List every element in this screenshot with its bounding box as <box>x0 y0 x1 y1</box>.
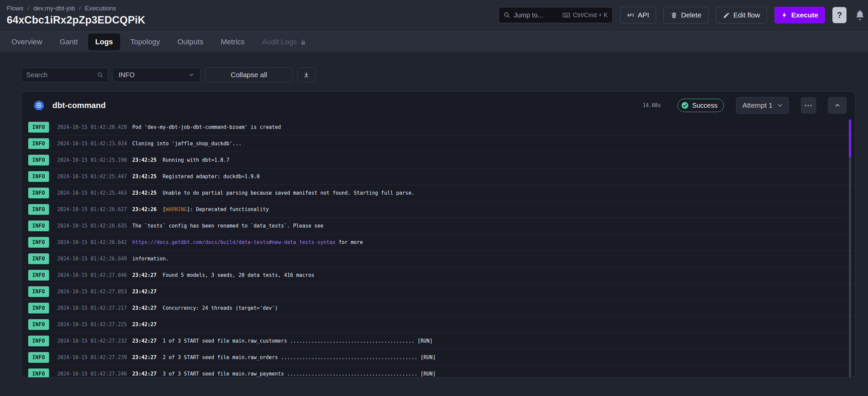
jump-to-placeholder: Jump to... <box>514 11 559 19</box>
collapse-task-button[interactable] <box>828 97 847 114</box>
api-icon: API <box>627 13 634 18</box>
task-log-card: dbt-command 14.08s Success Attempt 1 ... <box>21 91 855 377</box>
api-button[interactable]: API API <box>620 7 656 24</box>
log-message: 23:42:27 Found 5 models, 3 seeds, 20 dat… <box>132 272 314 278</box>
log-row[interactable]: INFO 2024-10-15 01:42:27.046 23:42:27 Fo… <box>22 267 855 284</box>
log-level-badge: INFO <box>28 138 49 149</box>
chevron-down-icon <box>776 102 784 109</box>
search-input[interactable]: Search <box>21 67 108 82</box>
log-row[interactable]: INFO 2024-10-15 01:42:26.627 23:42:26 [W… <box>22 201 855 218</box>
delete-button-label: Delete <box>681 11 702 19</box>
keyboard-icon <box>562 11 570 19</box>
log-timestamp: 2024-10-15 01:42:27.053 <box>57 289 127 295</box>
search-icon <box>97 72 103 78</box>
log-timestamp: 2024-10-15 01:42:23.924 <box>57 141 127 147</box>
log-message: 23:42:26 [WARNING]: Deprecated functiona… <box>132 206 269 212</box>
log-level-badge: INFO <box>28 368 49 377</box>
log-level-badge: INFO <box>28 122 49 133</box>
lock-icon <box>300 39 306 45</box>
breadcrumb-flows[interactable]: Flows <box>7 5 24 12</box>
log-level-badge: INFO <box>28 286 49 297</box>
delete-button[interactable]: Delete <box>663 7 708 24</box>
tab-logs[interactable]: Logs <box>88 34 121 50</box>
log-level-badge: INFO <box>28 253 49 264</box>
log-row[interactable]: INFO 2024-10-15 01:42:27.053 23:42:27 <box>22 284 855 300</box>
log-message: 23:42:27 <box>132 289 157 295</box>
tab-overview[interactable]: Overview <box>4 34 50 50</box>
logs-panel: Search INFO Collapse all <box>0 52 868 377</box>
log-row[interactable]: INFO 2024-10-15 01:42:26.642 https://doc… <box>22 234 855 251</box>
log-row[interactable]: INFO 2024-10-15 01:42:26.635 The `tests`… <box>22 218 855 234</box>
log-row[interactable]: INFO 2024-10-15 01:42:25.190 23:42:25 Ru… <box>22 152 855 168</box>
task-more-button[interactable]: ... <box>801 97 816 114</box>
check-circle-icon <box>681 101 689 109</box>
log-row[interactable]: INFO 2024-10-15 01:42:20.428 Pod 'dev-my… <box>22 119 855 136</box>
tab-label: Logs <box>95 38 113 46</box>
pencil-icon <box>723 12 730 19</box>
log-level-badge: INFO <box>28 237 49 248</box>
log-message: 23:42:27 1 of 3 START seed file main.raw… <box>132 338 433 344</box>
log-filters: Search INFO Collapse all <box>21 67 855 82</box>
execute-button-label: Execute <box>791 11 818 19</box>
top-bar: Flows / dev.my-dbt-job / Executions 64xC… <box>0 0 868 32</box>
log-timestamp: 2024-10-15 01:42:26.635 <box>57 223 127 229</box>
chevron-up-icon <box>834 102 841 109</box>
log-row[interactable]: INFO 2024-10-15 01:42:27.246 23:42:27 3 … <box>22 366 855 377</box>
log-row[interactable]: INFO 2024-10-15 01:42:27.232 23:42:27 1 … <box>22 333 855 349</box>
log-message: Pod 'dev-my-dbt-job-dbt-command-bzoam' i… <box>132 124 281 130</box>
search-placeholder: Search <box>26 71 97 79</box>
status-badge: Success <box>678 99 724 112</box>
log-level-select[interactable]: INFO <box>113 67 200 82</box>
tab-label: Overview <box>11 38 42 46</box>
breadcrumb-separator: / <box>28 5 29 12</box>
breadcrumb-executions[interactable]: Executions <box>85 5 116 12</box>
breadcrumb-flow-id[interactable]: dev.my-dbt-job <box>33 5 75 12</box>
log-row[interactable]: INFO 2024-10-15 01:42:23.924 Cloning int… <box>22 136 855 152</box>
tab-outputs[interactable]: Outputs <box>170 34 211 50</box>
log-scrollbar-track[interactable] <box>849 120 851 377</box>
log-timestamp: 2024-10-15 01:42:27.046 <box>57 272 127 278</box>
log-timestamp: 2024-10-15 01:42:27.239 <box>57 354 127 360</box>
page-title: 64xCbc1iRx2pZp3EDCQPiK <box>7 14 146 26</box>
tab-label: Audit Logs <box>262 38 297 46</box>
log-scrollbar-thumb[interactable] <box>849 120 851 157</box>
tab-bar: OverviewGanttLogsTopologyOutputsMetricsA… <box>0 32 868 52</box>
log-row[interactable]: INFO 2024-10-15 01:42:27.225 23:42:27 <box>22 317 855 333</box>
download-logs-button[interactable] <box>297 67 315 82</box>
execute-button[interactable]: Execute <box>774 7 825 24</box>
search-icon <box>503 12 510 19</box>
tab-gantt[interactable]: Gantt <box>53 34 85 50</box>
log-level-badge: INFO <box>28 319 49 330</box>
tab-label: Outputs <box>177 38 203 46</box>
log-message: https://docs.getdbt.com/docs/build/data-… <box>132 239 363 245</box>
breadcrumb-separator: / <box>79 5 81 12</box>
lightning-icon <box>781 12 788 19</box>
attempt-select[interactable]: Attempt 1 <box>736 97 789 114</box>
log-level-badge: INFO <box>28 270 49 280</box>
log-timestamp: 2024-10-15 01:42:26.649 <box>57 256 127 262</box>
task-duration: 14.08s <box>643 102 661 108</box>
edit-flow-button[interactable]: Edit flow <box>716 7 767 24</box>
chevron-down-icon <box>188 71 195 78</box>
log-timestamp: 2024-10-15 01:42:26.627 <box>57 206 127 212</box>
log-level-badge: INFO <box>28 221 49 231</box>
log-row[interactable]: INFO 2024-10-15 01:42:25.463 23:42:25 Un… <box>22 185 855 201</box>
log-level-badge: INFO <box>28 303 49 314</box>
log-level-badge: INFO <box>28 155 49 165</box>
task-card-header: dbt-command 14.08s Success Attempt 1 ... <box>22 92 855 119</box>
tab-label: Topology <box>130 38 160 46</box>
bell-icon[interactable] <box>854 9 866 21</box>
log-message: Cloning into 'jaffle_shop_duckdb'... <box>132 141 242 147</box>
attempt-value: Attempt 1 <box>742 101 776 109</box>
jump-to-search[interactable]: Jump to... Ctrl/Cmd + K <box>498 7 613 23</box>
status-label: Success <box>692 102 717 109</box>
tab-metrics[interactable]: Metrics <box>213 34 252 50</box>
tab-topology[interactable]: Topology <box>123 34 167 50</box>
help-button[interactable]: ? <box>832 7 846 23</box>
log-row[interactable]: INFO 2024-10-15 01:42:26.649 information… <box>22 251 855 267</box>
log-row[interactable]: INFO 2024-10-15 01:42:27.217 23:42:27 Co… <box>22 300 855 317</box>
collapse-all-button[interactable]: Collapse all <box>205 67 293 82</box>
log-message: 23:42:25 Running with dbt=1.8.7 <box>132 157 229 163</box>
log-row[interactable]: INFO 2024-10-15 01:42:25.447 23:42:25 Re… <box>22 168 855 185</box>
log-row[interactable]: INFO 2024-10-15 01:42:27.239 23:42:27 2 … <box>22 349 855 366</box>
